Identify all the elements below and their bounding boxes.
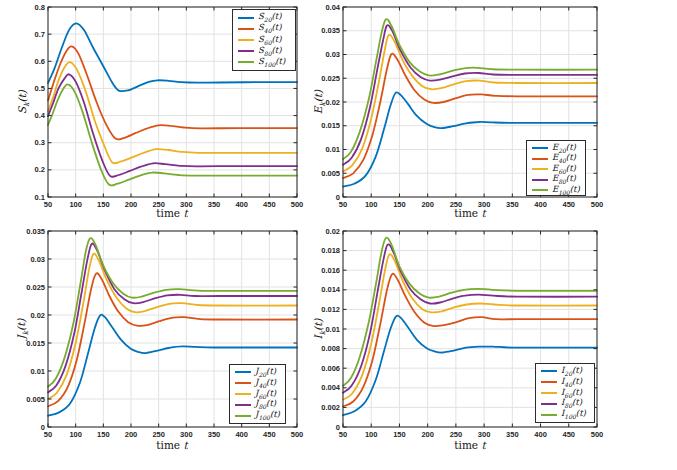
legend-item-I60: I60(t) bbox=[541, 388, 590, 399]
x-axis-text: time bbox=[156, 207, 180, 219]
y-tick-label: 0.01 bbox=[325, 145, 340, 154]
legend-item-S60: S60(t) bbox=[238, 35, 291, 46]
y-axis-letter: S bbox=[16, 107, 28, 114]
x-tick-label: 450 bbox=[263, 200, 276, 209]
x-tick-label: 400 bbox=[235, 430, 248, 439]
x-tick-label: 500 bbox=[591, 430, 604, 439]
legend-swatch-line bbox=[541, 381, 557, 383]
x-tick-label: 250 bbox=[450, 430, 463, 439]
y-axis-label-J: Jk(t) bbox=[14, 299, 28, 359]
x-tick-label: 500 bbox=[291, 200, 304, 209]
legend-swatch-line bbox=[238, 17, 254, 19]
legend-swatch-line bbox=[235, 404, 251, 406]
x-tick-label: 150 bbox=[97, 200, 110, 209]
legend-item-E100: E100(t) bbox=[532, 185, 581, 196]
legend-item-S20: S20(t) bbox=[238, 12, 291, 23]
legend-swatch-line bbox=[532, 189, 548, 191]
y-tick-label: 0.004 bbox=[321, 383, 341, 392]
x-tick-label: 50 bbox=[44, 200, 52, 209]
y-tick-label: 0.01 bbox=[30, 367, 45, 376]
legend-E: E20(t)E40(t)E60(t)E80(t)E100(t) bbox=[526, 140, 586, 196]
y-tick-label: 0.04 bbox=[325, 3, 340, 12]
x-tick-label: 150 bbox=[97, 430, 110, 439]
y-tick-label: 0.02 bbox=[325, 227, 340, 236]
x-axis-text: time bbox=[454, 207, 478, 219]
x-tick-label: 450 bbox=[563, 200, 576, 209]
legend-swatch-line bbox=[532, 179, 548, 181]
y-tick-label: 0 bbox=[336, 423, 340, 432]
x-tick-label: 450 bbox=[563, 430, 576, 439]
y-tick-label: 0.3 bbox=[35, 138, 45, 147]
legend-swatch-line bbox=[532, 147, 548, 149]
legend-swatch-line bbox=[238, 61, 254, 63]
x-tick-label: 300 bbox=[180, 430, 193, 439]
legend-swatch-line bbox=[541, 370, 557, 372]
y-tick-label: 0 bbox=[41, 423, 45, 432]
legend-swatch-line bbox=[235, 393, 251, 395]
x-tick-label: 400 bbox=[534, 200, 547, 209]
figure-2x2-subplots: 501001502002503003504004505000.10.20.30.… bbox=[0, 0, 677, 470]
legend-swatch-line bbox=[235, 371, 251, 373]
legend-label: S80(t) bbox=[258, 46, 282, 57]
x-axis-label: time t bbox=[410, 207, 530, 219]
x-axis-label: time t bbox=[112, 439, 232, 451]
legend-label: S100(t) bbox=[258, 57, 285, 68]
y-tick-label: 0 bbox=[336, 193, 340, 202]
y-axis-subscript: k bbox=[22, 331, 30, 335]
legend-swatch-line bbox=[532, 168, 548, 170]
y-tick-label: 0.035 bbox=[26, 227, 45, 236]
legend-label: E100(t) bbox=[552, 185, 580, 196]
legend-item-S40: S40(t) bbox=[238, 24, 291, 35]
legend-label: S60(t) bbox=[258, 35, 282, 46]
y-tick-label: 0.03 bbox=[30, 255, 45, 264]
legend-item-S100: S100(t) bbox=[238, 57, 291, 68]
y-axis-rest: (t) bbox=[16, 90, 28, 102]
legend-swatch-line bbox=[235, 415, 251, 417]
legend-item-I100: I100(t) bbox=[541, 409, 590, 420]
y-tick-label: 0.7 bbox=[35, 30, 45, 39]
y-tick-label: 0.005 bbox=[321, 169, 340, 178]
y-tick-label: 0.035 bbox=[321, 26, 340, 35]
y-axis-label-E: Ek(t) bbox=[311, 72, 325, 132]
legend-label: S40(t) bbox=[258, 23, 282, 34]
y-tick-label: 0.5 bbox=[35, 84, 45, 93]
y-tick-label: 0.8 bbox=[35, 3, 45, 12]
x-tick-label: 150 bbox=[393, 200, 406, 209]
x-tick-label: 500 bbox=[591, 200, 604, 209]
x-tick-label: 50 bbox=[44, 430, 52, 439]
x-tick-label: 350 bbox=[208, 430, 221, 439]
x-axis-var: t bbox=[183, 439, 187, 451]
y-tick-label: 0.018 bbox=[321, 246, 340, 255]
x-axis-var: t bbox=[481, 207, 485, 219]
x-tick-label: 150 bbox=[393, 430, 406, 439]
y-tick-label: 0.2 bbox=[35, 165, 45, 174]
x-axis-label: time t bbox=[410, 439, 530, 451]
y-axis-rest: (t) bbox=[312, 319, 324, 331]
y-axis-rest: (t) bbox=[312, 90, 324, 102]
legend-label: I100(t) bbox=[561, 409, 586, 420]
y-axis-letter: I bbox=[312, 335, 324, 339]
legend-item-J100: J100(t) bbox=[235, 410, 281, 421]
y-tick-label: 0.4 bbox=[35, 111, 46, 120]
x-tick-label: 100 bbox=[365, 430, 378, 439]
x-axis-text: time bbox=[454, 439, 478, 451]
x-tick-label: 200 bbox=[421, 430, 434, 439]
legend-label: S20(t) bbox=[258, 12, 282, 23]
y-tick-label: 0.03 bbox=[325, 50, 340, 59]
y-tick-label: 0.025 bbox=[26, 283, 45, 292]
y-axis-letter: E bbox=[312, 107, 324, 115]
y-tick-label: 0.005 bbox=[26, 395, 45, 404]
x-tick-label: 50 bbox=[339, 200, 347, 209]
x-tick-label: 400 bbox=[534, 430, 547, 439]
x-tick-label: 500 bbox=[291, 430, 304, 439]
x-axis-var: t bbox=[481, 439, 485, 451]
x-tick-label: 400 bbox=[235, 200, 248, 209]
legend-item-I40: I40(t) bbox=[541, 377, 590, 388]
legend-item-S80: S80(t) bbox=[238, 46, 291, 57]
y-tick-label: 0.02 bbox=[30, 311, 45, 320]
y-axis-letter: J bbox=[15, 335, 27, 339]
legend-label: J100(t) bbox=[255, 410, 280, 421]
legend-swatch-line bbox=[541, 403, 557, 405]
legend-S: S20(t)S40(t)S60(t)S80(t)S100(t) bbox=[232, 9, 296, 71]
y-tick-label: 0.01 bbox=[325, 325, 340, 334]
